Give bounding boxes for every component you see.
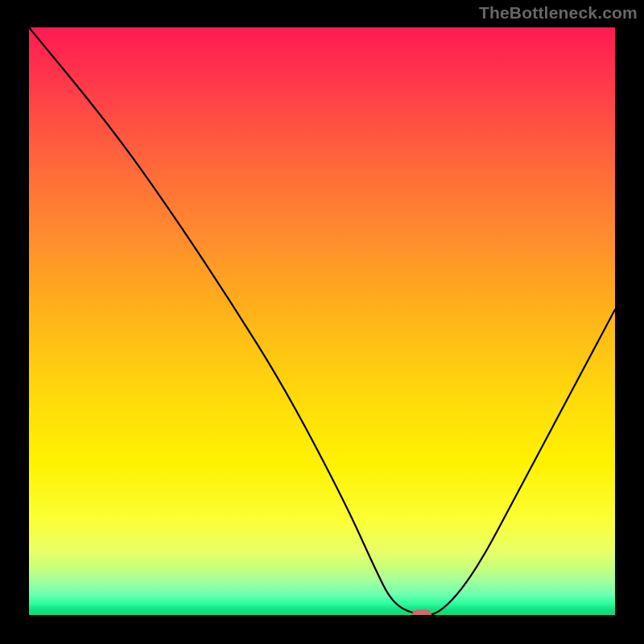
plot-area (29, 27, 615, 615)
bottleneck-curve (29, 27, 615, 615)
optimal-marker (412, 609, 431, 615)
chart-frame: TheBottleneck.com (0, 0, 644, 644)
curve-path (29, 27, 615, 615)
watermark-text: TheBottleneck.com (479, 3, 638, 23)
